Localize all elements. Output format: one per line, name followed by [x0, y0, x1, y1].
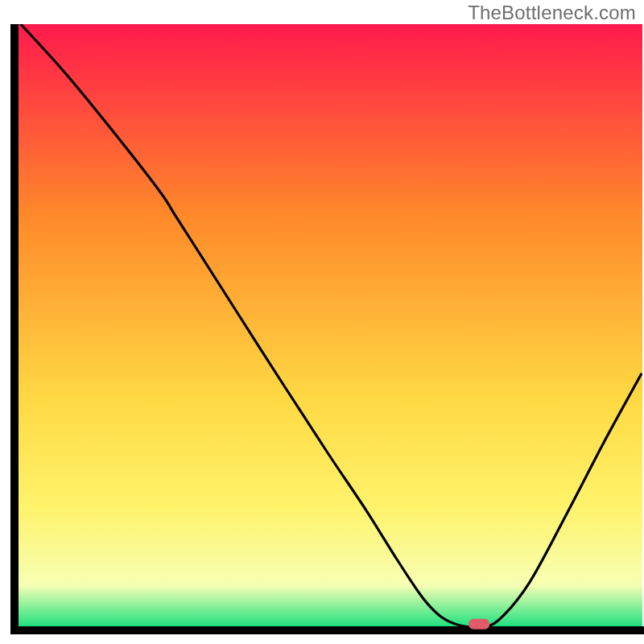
watermark-text: TheBottleneck.com — [468, 2, 636, 24]
chart-container: TheBottleneck.com — [0, 0, 644, 644]
bottleneck-chart — [0, 0, 644, 644]
plot-background — [14, 24, 642, 628]
optimal-marker — [469, 619, 489, 630]
